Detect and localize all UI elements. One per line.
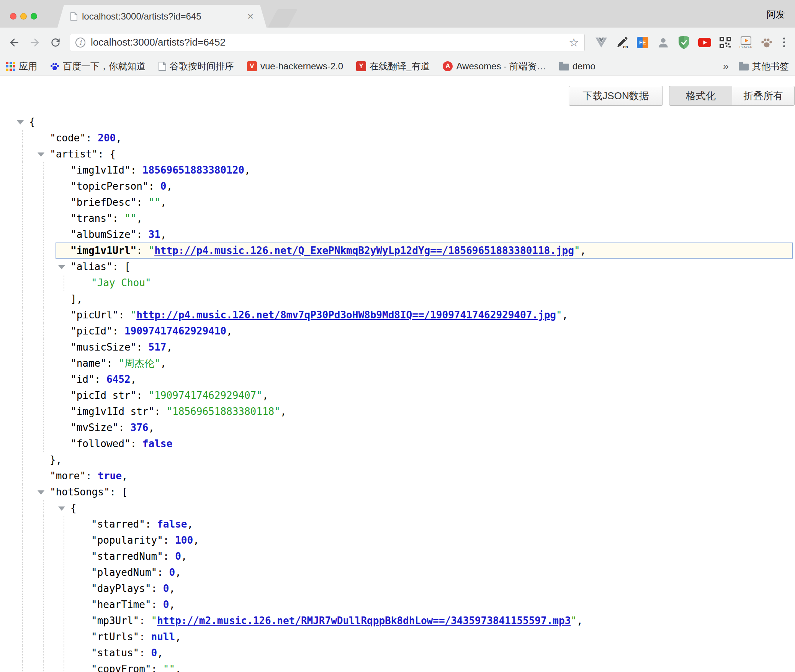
translate-extension-icon[interactable]: en <box>615 35 629 50</box>
tree-guide-line <box>43 564 44 580</box>
tree-guide-line <box>22 355 23 371</box>
json-token-num: 0 <box>163 583 169 594</box>
json-token-p: : <box>136 390 148 401</box>
json-token-key: "briefDesc" <box>70 197 136 208</box>
json-token-str: " <box>571 615 577 626</box>
json-line: "img1v1Id_str": "18569651883380118", <box>0 403 795 420</box>
json-token-p: : <box>136 197 148 208</box>
new-tab-button[interactable] <box>268 9 298 28</box>
json-token-key: "hotSongs" <box>50 486 110 498</box>
collapse-arrow-icon[interactable] <box>17 120 24 125</box>
address-bar[interactable]: i localhost:3000/artists?id=6452 ☆ <box>70 34 585 51</box>
json-token-str: "周杰伦" <box>118 357 160 369</box>
json-token-p: : <box>157 567 169 578</box>
collapse-all-button[interactable]: 折叠所有 <box>732 86 795 106</box>
bookmark-star-icon[interactable]: ☆ <box>569 37 579 48</box>
json-token-p: : <box>139 615 151 626</box>
json-url-link[interactable]: http://p4.music.126.net/8mv7qP30Pd3oHW8b… <box>136 309 556 321</box>
bookmark-label: Awesomes - 前端资… <box>456 60 546 72</box>
json-token-p: : <box>151 599 163 610</box>
collapse-arrow-icon[interactable] <box>38 152 44 157</box>
collapse-arrow-icon[interactable] <box>58 265 65 269</box>
bookmark-item-google-sort[interactable]: 谷歌按时间排序 <box>159 60 234 72</box>
adguard-extension-icon[interactable] <box>677 35 691 50</box>
tree-guide-line <box>43 500 44 516</box>
json-token-p: , <box>577 615 583 626</box>
qrcode-extension-icon[interactable] <box>718 35 733 50</box>
format-button[interactable]: 格式化 <box>669 86 733 106</box>
json-line: ], <box>0 291 795 307</box>
page-info-icon[interactable]: i <box>75 38 85 48</box>
fe-badge: FE <box>637 37 648 48</box>
json-token-num: 6452 <box>106 374 131 385</box>
tree-guide-line <box>22 468 23 484</box>
collapse-arrow-icon[interactable] <box>58 506 65 511</box>
json-token-p: , <box>169 599 175 610</box>
vue-devtools-extension-icon[interactable] <box>594 35 609 50</box>
tree-guide-line <box>43 355 44 371</box>
json-token-p: , <box>562 309 568 321</box>
bookmark-item-vue-hackernews[interactable]: V vue-hackernews-2.0 <box>247 61 343 72</box>
json-token-p: : <box>149 180 160 192</box>
bookmark-label: demo <box>573 61 595 72</box>
paw-extension-icon[interactable] <box>759 35 774 50</box>
youtube-extension-icon[interactable] <box>697 35 712 50</box>
json-line: "trans": "", <box>0 210 795 226</box>
reload-button[interactable] <box>47 34 64 51</box>
tree-guide-line <box>22 500 23 516</box>
other-bookmarks-folder[interactable]: 其他书签 <box>739 60 789 72</box>
json-line: "albumSize": 31, <box>0 226 795 243</box>
json-token-p: , <box>131 374 137 385</box>
tab-close-icon[interactable]: × <box>247 11 254 22</box>
bookmark-label: vue-hackernews-2.0 <box>260 61 343 72</box>
json-token-key: "followed" <box>70 438 131 449</box>
url-text[interactable]: localhost:3000/artists?id=6452 <box>91 36 569 48</box>
download-json-button[interactable]: 下载JSON数据 <box>569 86 663 106</box>
json-line: "hearTime": 0, <box>0 597 795 613</box>
json-url-link[interactable]: http://p4.music.126.net/Q_ExePNkmqB2yWyL… <box>154 245 574 256</box>
tree-guide-line <box>22 548 23 564</box>
zoom-window-button[interactable] <box>31 13 37 20</box>
json-token-key: "picId_str" <box>70 390 136 401</box>
tree-guide-line <box>43 243 44 259</box>
json-token-p: : <box>163 551 175 562</box>
json-token-key: "picUrl" <box>70 309 118 321</box>
minimize-window-button[interactable] <box>20 13 27 20</box>
json-token-p: }, <box>50 454 62 465</box>
close-window-button[interactable] <box>10 13 16 20</box>
folder-icon <box>739 64 749 70</box>
bookmark-item-apps[interactable]: 应用 <box>6 60 37 72</box>
collapse-arrow-icon[interactable] <box>38 490 44 495</box>
tree-guide-line <box>22 291 23 307</box>
json-token-p: , <box>149 422 155 433</box>
json-token-key: "name" <box>70 357 106 369</box>
json-viewer: {"code": 200,"artist": {"img1v1Id": 1856… <box>0 75 795 672</box>
json-token-p: : <box>86 470 98 482</box>
tree-guide-line <box>64 613 64 629</box>
profile-extension-icon[interactable] <box>656 35 671 50</box>
json-token-key: "more" <box>50 470 86 482</box>
tree-guide-line <box>22 194 23 210</box>
back-button[interactable] <box>5 34 23 51</box>
json-token-key: "img1v1Id" <box>70 164 131 176</box>
tree-guide-line <box>43 403 44 420</box>
json-url-link[interactable]: http://m2.music.126.net/RMJR7wDullRqppBk… <box>157 615 571 626</box>
player-extension-icon[interactable]: PLAYER <box>739 35 753 50</box>
fehelper-extension-icon[interactable]: FE <box>635 35 650 50</box>
bookmark-item-baidu[interactable]: 百度一下，你就知道 <box>50 60 146 72</box>
json-line: "status": 0, <box>0 645 795 661</box>
json-token-p: : <box>113 325 124 337</box>
json-token-key: "topicPerson" <box>70 180 149 192</box>
bookmark-label: 应用 <box>19 60 37 72</box>
bookmark-item-youdao[interactable]: Y 在线翻译_有道 <box>356 60 430 72</box>
tree-guide-line <box>43 661 44 672</box>
browser-menu-icon[interactable] <box>780 38 788 47</box>
tree-guide-line <box>22 210 23 226</box>
json-token-p: : <box>136 245 148 256</box>
bookmark-item-demo[interactable]: demo <box>559 61 595 72</box>
bookmarks-overflow-chevron[interactable]: » <box>723 61 729 72</box>
browser-tab[interactable]: localhost:3000/artists?id=645 × <box>57 5 267 28</box>
json-token-key: "musicSize" <box>70 341 136 353</box>
forward-button[interactable] <box>26 34 44 51</box>
bookmark-item-awesomes[interactable]: A Awesomes - 前端资… <box>443 60 546 72</box>
